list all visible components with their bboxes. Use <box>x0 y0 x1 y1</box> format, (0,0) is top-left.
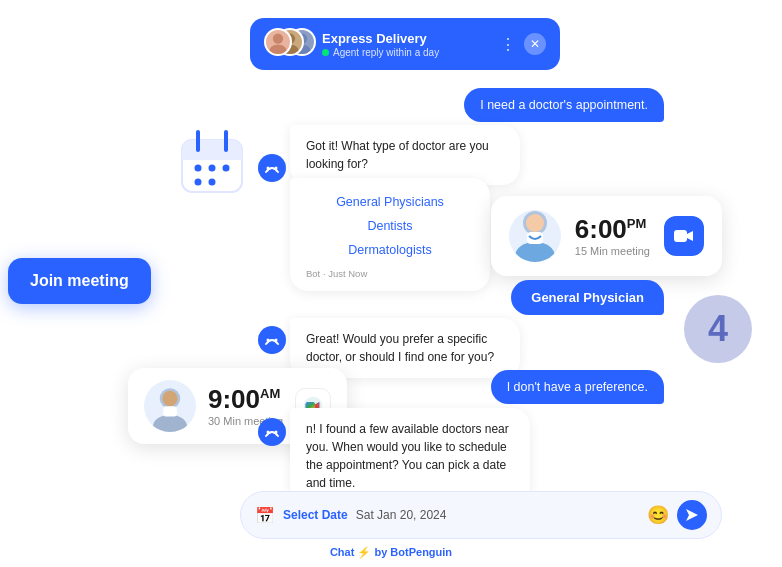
online-indicator <box>322 49 329 56</box>
header-subtitle-text: Agent reply within a day <box>333 47 439 58</box>
time-right: 6:00PM <box>575 216 650 242</box>
appointment-card-right: 6:00PM 15 Min meeting <box>491 196 722 276</box>
svg-point-25 <box>267 339 270 342</box>
bot-message-3: n! I found a few available doctors near … <box>290 408 530 504</box>
video-call-button-right[interactable] <box>664 216 704 256</box>
number-badge: 4 <box>684 295 752 363</box>
user-message-3: I don't have a preference. <box>491 370 664 404</box>
svg-rect-30 <box>163 406 177 416</box>
svg-point-14 <box>195 179 202 186</box>
doctor-avatar-left <box>144 380 196 432</box>
header-info: Express Delivery Agent reply within a da… <box>322 31 490 58</box>
svg-point-26 <box>275 339 278 342</box>
time-left: 9:00AM <box>208 386 283 412</box>
options-list: General Physicians Dentists Dermatologis… <box>290 178 490 291</box>
send-button[interactable] <box>677 500 707 530</box>
svg-point-13 <box>223 165 230 172</box>
svg-point-15 <box>209 179 216 186</box>
option-dentists[interactable]: Dentists <box>306 214 474 238</box>
user-message-1: I need a doctor's appointment. <box>464 88 664 122</box>
emoji-button[interactable]: 😊 <box>647 504 669 526</box>
input-bar: 📅 Select Date Sat Jan 20, 2024 😊 <box>240 491 722 539</box>
time-block-right: 6:00PM 15 Min meeting <box>575 216 650 257</box>
more-options-icon[interactable]: ⋮ <box>500 35 518 54</box>
svg-point-35 <box>275 431 278 434</box>
header-title: Express Delivery <box>322 31 490 46</box>
svg-point-1 <box>269 45 286 54</box>
meeting-label-right: 15 Min meeting <box>575 245 650 257</box>
option-general-physicians[interactable]: General Physicians <box>306 190 474 214</box>
svg-point-12 <box>209 165 216 172</box>
bot-timestamp-1: Bot · Just Now <box>306 268 474 279</box>
bot-icon-2 <box>258 326 286 354</box>
calendar-icon <box>178 128 246 196</box>
svg-point-0 <box>273 33 283 43</box>
header-actions: ⋮ ✕ <box>500 33 546 55</box>
join-meeting-button[interactable]: Join meeting <box>8 258 151 304</box>
svg-point-11 <box>195 165 202 172</box>
footer-text: Chat ⚡ <box>330 546 375 558</box>
svg-point-22 <box>526 214 544 232</box>
close-button[interactable]: ✕ <box>524 33 546 55</box>
avatar-group <box>264 28 312 60</box>
option-dermatologists[interactable]: Dermatologists <box>306 238 474 262</box>
svg-point-29 <box>162 391 177 406</box>
calendar-input-icon: 📅 <box>255 506 275 525</box>
header-subtitle: Agent reply within a day <box>322 47 490 58</box>
svg-rect-23 <box>674 230 687 242</box>
svg-point-18 <box>275 167 278 170</box>
date-value: Sat Jan 20, 2024 <box>356 508 639 522</box>
footer: Chat ⚡ by BotPenguin <box>0 546 782 559</box>
user-message-2: General Physician <box>511 280 664 315</box>
svg-point-20 <box>515 242 555 262</box>
avatar-1 <box>264 28 292 56</box>
svg-point-17 <box>267 167 270 170</box>
bot-message-1: Got it! What type of doctor are you look… <box>290 125 520 185</box>
bot-icon-3 <box>258 418 286 446</box>
chat-header: Express Delivery Agent reply within a da… <box>250 18 560 70</box>
select-date-label[interactable]: Select Date <box>283 508 348 522</box>
svg-rect-8 <box>182 150 242 160</box>
footer-brand: by BotPenguin <box>374 546 452 558</box>
svg-point-34 <box>267 431 270 434</box>
doctor-avatar-right <box>509 210 561 262</box>
svg-point-28 <box>153 415 187 432</box>
bot-icon-1 <box>258 154 286 182</box>
